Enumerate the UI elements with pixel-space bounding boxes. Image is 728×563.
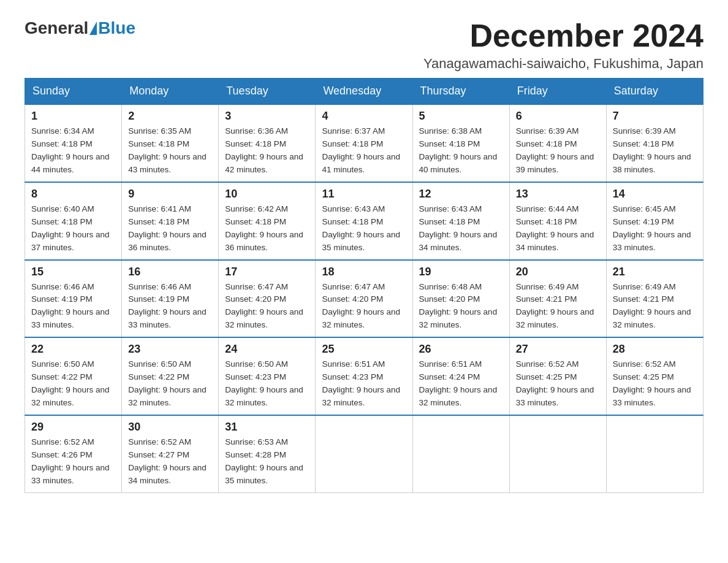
calendar-week-row: 29 Sunrise: 6:52 AM Sunset: 4:26 PM Dayl… bbox=[25, 415, 703, 492]
day-number: 13 bbox=[516, 188, 600, 201]
month-title: December 2024 bbox=[423, 18, 703, 53]
day-info: Sunrise: 6:52 AM Sunset: 4:25 PM Dayligh… bbox=[613, 358, 697, 410]
day-info: Sunrise: 6:42 AM Sunset: 4:18 PM Dayligh… bbox=[225, 203, 309, 255]
day-number: 18 bbox=[322, 266, 406, 278]
day-info: Sunrise: 6:50 AM Sunset: 4:22 PM Dayligh… bbox=[128, 358, 212, 410]
day-info: Sunrise: 6:51 AM Sunset: 4:24 PM Dayligh… bbox=[419, 358, 503, 410]
table-row bbox=[606, 415, 703, 492]
day-info: Sunrise: 6:50 AM Sunset: 4:22 PM Dayligh… bbox=[31, 358, 115, 410]
day-number: 16 bbox=[128, 266, 212, 278]
location-text: Yanagawamachi-saiwaicho, Fukushima, Japa… bbox=[423, 56, 703, 72]
day-number: 29 bbox=[31, 421, 115, 434]
calendar-week-row: 8 Sunrise: 6:40 AM Sunset: 4:18 PM Dayli… bbox=[25, 182, 703, 260]
table-row: 23 Sunrise: 6:50 AM Sunset: 4:22 PM Dayl… bbox=[122, 337, 219, 415]
calendar-table: Sunday Monday Tuesday Wednesday Thursday… bbox=[25, 78, 703, 492]
day-info: Sunrise: 6:50 AM Sunset: 4:23 PM Dayligh… bbox=[225, 358, 309, 410]
table-row bbox=[316, 415, 412, 492]
day-info: Sunrise: 6:45 AM Sunset: 4:19 PM Dayligh… bbox=[613, 203, 697, 255]
calendar-week-row: 22 Sunrise: 6:50 AM Sunset: 4:22 PM Dayl… bbox=[25, 337, 703, 415]
table-row: 9 Sunrise: 6:41 AM Sunset: 4:18 PM Dayli… bbox=[122, 182, 219, 260]
table-row bbox=[509, 415, 606, 492]
table-row: 3 Sunrise: 6:36 AM Sunset: 4:18 PM Dayli… bbox=[219, 104, 316, 182]
day-info: Sunrise: 6:44 AM Sunset: 4:18 PM Dayligh… bbox=[516, 203, 600, 255]
day-info: Sunrise: 6:51 AM Sunset: 4:23 PM Dayligh… bbox=[322, 358, 406, 410]
table-row: 4 Sunrise: 6:37 AM Sunset: 4:18 PM Dayli… bbox=[316, 104, 412, 182]
table-row: 22 Sunrise: 6:50 AM Sunset: 4:22 PM Dayl… bbox=[25, 337, 122, 415]
table-row: 16 Sunrise: 6:46 AM Sunset: 4:19 PM Dayl… bbox=[122, 260, 219, 338]
table-row: 31 Sunrise: 6:53 AM Sunset: 4:28 PM Dayl… bbox=[219, 415, 316, 492]
col-monday: Monday bbox=[122, 79, 219, 105]
day-info: Sunrise: 6:48 AM Sunset: 4:20 PM Dayligh… bbox=[419, 281, 503, 332]
day-number: 5 bbox=[419, 110, 503, 123]
table-row: 26 Sunrise: 6:51 AM Sunset: 4:24 PM Dayl… bbox=[412, 337, 509, 415]
table-row: 1 Sunrise: 6:34 AM Sunset: 4:18 PM Dayli… bbox=[25, 104, 122, 182]
table-row: 29 Sunrise: 6:52 AM Sunset: 4:26 PM Dayl… bbox=[25, 415, 122, 492]
day-number: 22 bbox=[31, 343, 115, 356]
day-info: Sunrise: 6:52 AM Sunset: 4:25 PM Dayligh… bbox=[516, 358, 600, 410]
day-number: 12 bbox=[419, 188, 503, 201]
day-number: 30 bbox=[128, 421, 212, 434]
col-sunday: Sunday bbox=[25, 79, 122, 105]
col-thursday: Thursday bbox=[412, 79, 509, 105]
logo-triangle-icon bbox=[89, 21, 97, 35]
page-header: General Blue December 2024 Yanagawamachi… bbox=[25, 18, 703, 72]
title-section: December 2024 Yanagawamachi-saiwaicho, F… bbox=[423, 18, 703, 72]
day-info: Sunrise: 6:35 AM Sunset: 4:18 PM Dayligh… bbox=[128, 125, 212, 177]
table-row: 21 Sunrise: 6:49 AM Sunset: 4:21 PM Dayl… bbox=[606, 260, 703, 338]
day-number: 27 bbox=[516, 343, 600, 356]
logo-general-text: General bbox=[25, 18, 88, 38]
day-number: 7 bbox=[613, 110, 697, 123]
table-row: 10 Sunrise: 6:42 AM Sunset: 4:18 PM Dayl… bbox=[219, 182, 316, 260]
table-row: 13 Sunrise: 6:44 AM Sunset: 4:18 PM Dayl… bbox=[509, 182, 606, 260]
table-row: 19 Sunrise: 6:48 AM Sunset: 4:20 PM Dayl… bbox=[412, 260, 509, 338]
day-number: 26 bbox=[419, 343, 503, 356]
calendar-week-row: 15 Sunrise: 6:46 AM Sunset: 4:19 PM Dayl… bbox=[25, 260, 703, 338]
day-number: 17 bbox=[225, 266, 309, 278]
day-info: Sunrise: 6:39 AM Sunset: 4:18 PM Dayligh… bbox=[613, 125, 697, 177]
col-friday: Friday bbox=[509, 79, 606, 105]
table-row: 25 Sunrise: 6:51 AM Sunset: 4:23 PM Dayl… bbox=[316, 337, 412, 415]
day-info: Sunrise: 6:49 AM Sunset: 4:21 PM Dayligh… bbox=[516, 281, 600, 332]
day-info: Sunrise: 6:47 AM Sunset: 4:20 PM Dayligh… bbox=[322, 281, 406, 332]
day-info: Sunrise: 6:43 AM Sunset: 4:18 PM Dayligh… bbox=[419, 203, 503, 255]
day-number: 2 bbox=[128, 110, 212, 123]
table-row: 5 Sunrise: 6:38 AM Sunset: 4:18 PM Dayli… bbox=[412, 104, 509, 182]
table-row: 28 Sunrise: 6:52 AM Sunset: 4:25 PM Dayl… bbox=[606, 337, 703, 415]
table-row: 6 Sunrise: 6:39 AM Sunset: 4:18 PM Dayli… bbox=[509, 104, 606, 182]
table-row: 12 Sunrise: 6:43 AM Sunset: 4:18 PM Dayl… bbox=[412, 182, 509, 260]
day-number: 31 bbox=[225, 421, 309, 434]
day-info: Sunrise: 6:49 AM Sunset: 4:21 PM Dayligh… bbox=[613, 281, 697, 332]
day-info: Sunrise: 6:52 AM Sunset: 4:26 PM Dayligh… bbox=[31, 436, 115, 488]
day-info: Sunrise: 6:47 AM Sunset: 4:20 PM Dayligh… bbox=[225, 281, 309, 332]
table-row: 7 Sunrise: 6:39 AM Sunset: 4:18 PM Dayli… bbox=[606, 104, 703, 182]
table-row: 30 Sunrise: 6:52 AM Sunset: 4:27 PM Dayl… bbox=[122, 415, 219, 492]
day-number: 1 bbox=[31, 110, 115, 123]
day-number: 20 bbox=[516, 266, 600, 278]
logo: General Blue bbox=[25, 18, 135, 38]
day-number: 25 bbox=[322, 343, 406, 356]
table-row: 14 Sunrise: 6:45 AM Sunset: 4:19 PM Dayl… bbox=[606, 182, 703, 260]
table-row: 2 Sunrise: 6:35 AM Sunset: 4:18 PM Dayli… bbox=[122, 104, 219, 182]
table-row: 15 Sunrise: 6:46 AM Sunset: 4:19 PM Dayl… bbox=[25, 260, 122, 338]
day-number: 8 bbox=[31, 188, 115, 201]
day-number: 23 bbox=[128, 343, 212, 356]
day-info: Sunrise: 6:41 AM Sunset: 4:18 PM Dayligh… bbox=[128, 203, 212, 255]
day-info: Sunrise: 6:40 AM Sunset: 4:18 PM Dayligh… bbox=[31, 203, 115, 255]
day-number: 24 bbox=[225, 343, 309, 356]
calendar-header-row: Sunday Monday Tuesday Wednesday Thursday… bbox=[25, 79, 703, 105]
day-number: 11 bbox=[322, 188, 406, 201]
col-saturday: Saturday bbox=[606, 79, 703, 105]
table-row: 18 Sunrise: 6:47 AM Sunset: 4:20 PM Dayl… bbox=[316, 260, 412, 338]
table-row: 11 Sunrise: 6:43 AM Sunset: 4:18 PM Dayl… bbox=[316, 182, 412, 260]
day-number: 6 bbox=[516, 110, 600, 123]
day-info: Sunrise: 6:52 AM Sunset: 4:27 PM Dayligh… bbox=[128, 436, 212, 488]
day-info: Sunrise: 6:46 AM Sunset: 4:19 PM Dayligh… bbox=[31, 281, 115, 332]
day-info: Sunrise: 6:36 AM Sunset: 4:18 PM Dayligh… bbox=[225, 125, 309, 177]
day-info: Sunrise: 6:38 AM Sunset: 4:18 PM Dayligh… bbox=[419, 125, 503, 177]
table-row: 20 Sunrise: 6:49 AM Sunset: 4:21 PM Dayl… bbox=[509, 260, 606, 338]
col-wednesday: Wednesday bbox=[316, 79, 412, 105]
table-row: 27 Sunrise: 6:52 AM Sunset: 4:25 PM Dayl… bbox=[509, 337, 606, 415]
day-info: Sunrise: 6:37 AM Sunset: 4:18 PM Dayligh… bbox=[322, 125, 406, 177]
day-number: 15 bbox=[31, 266, 115, 278]
col-tuesday: Tuesday bbox=[219, 79, 316, 105]
